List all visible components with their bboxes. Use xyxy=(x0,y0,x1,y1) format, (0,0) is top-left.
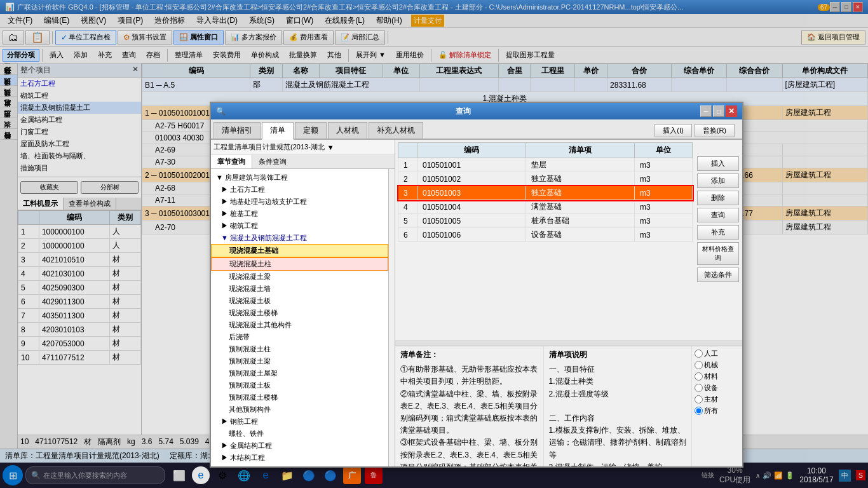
dcell-4-name: 满堂基础 xyxy=(526,200,635,214)
dtree-foundation[interactable]: ▶ 地基处理与边坡支护工程 xyxy=(211,196,388,208)
dtree-cast-other[interactable]: 现浇混凝土其他构件 xyxy=(211,319,388,331)
dialog-tab-quota[interactable]: 定额 xyxy=(295,122,327,139)
dcell-4-num: 4 xyxy=(398,200,417,214)
note-right-content: 一、项目特征 1.混凝土种类 2.混凝土强度等级 二、工作内容 1.模板及支撑制… xyxy=(549,363,687,466)
dtree-wood[interactable]: ▶ 木结构工程 xyxy=(211,452,388,464)
dcell-6-code: 010501006 xyxy=(417,228,526,242)
radio-material-input[interactable] xyxy=(695,372,703,381)
dropdown-icon[interactable]: ▼ xyxy=(327,144,334,151)
dialog-tree: ▼ 房屋建筑与装饰工程 ▶ 土石方工程 ▶ 地基处理与边坡支护工程 ▶ 桩基工程… xyxy=(211,169,389,466)
dialog-right-section: 编码 清单项 单位 1 010501001 垫层 m3 xyxy=(395,140,742,466)
dtree-post-pour[interactable]: 后浇带 xyxy=(211,331,388,343)
dtree-pile[interactable]: ▶ 桩基工程 xyxy=(211,208,388,220)
dcell-3-name: 独立基础 xyxy=(526,186,635,200)
dtree-precast-beam[interactable]: 预制混凝土梁 xyxy=(211,355,388,367)
drow-6[interactable]: 6 010501006 设备基础 m3 xyxy=(398,228,693,242)
dtree-concrete-parent[interactable]: ▼ 混凝土及钢筋混凝土工程 xyxy=(211,232,388,244)
radio-equipment-input[interactable] xyxy=(695,384,703,392)
dialog-table-area: 编码 清单项 单位 1 010501001 垫层 m3 xyxy=(395,140,742,341)
subtab-condition[interactable]: 条件查询 xyxy=(252,155,293,168)
dcell-2-unit: m3 xyxy=(634,172,692,186)
dtree-precast-col[interactable]: 预制混凝土柱 xyxy=(211,343,388,355)
radio-material[interactable]: 材料 xyxy=(695,372,740,381)
radio-worker[interactable]: 人工 xyxy=(695,349,740,358)
scrollbar-h[interactable] xyxy=(395,341,742,346)
dialog-tab-supplement[interactable]: 补充人材机 xyxy=(369,122,423,139)
btn-insert-side[interactable]: 插入 xyxy=(697,156,739,171)
th-name: 清单项 xyxy=(526,143,635,158)
dtree-cast-slab[interactable]: 现浇混凝土板 xyxy=(211,295,388,307)
radio-machine[interactable]: 机械 xyxy=(695,360,740,370)
drow-3-selected[interactable]: 3 010501003 独立基础 m3 xyxy=(398,186,693,200)
dcell-1-num: 1 xyxy=(398,158,417,172)
dtree-precast-stair[interactable]: 预制混凝土楼梯 xyxy=(211,391,388,403)
btn-filter[interactable]: 筛选条件 xyxy=(697,268,739,282)
dialog-left-section: 工程量清单项目计量规范(2013-湖北 ▼ 章节查询 条件查询 ▼ 房屋建筑与装… xyxy=(211,140,395,466)
drow-2[interactable]: 2 010501002 独立基础 m3 xyxy=(398,172,693,186)
dtree-cast-wall[interactable]: 现浇混凝土墙 xyxy=(211,283,388,295)
dtree-rebar[interactable]: ▶ 钢筋工程 xyxy=(211,416,388,428)
dcell-2-name: 独立基础 xyxy=(526,172,635,186)
dialog-side-buttons: 插入 添加 删除 查询 补充 材料价格查询 筛选条件 xyxy=(697,156,739,282)
btn-supplement-side[interactable]: 补充 xyxy=(697,225,739,240)
dialog-search-row: 工程量清单项目计量规范(2013-湖北 ▼ xyxy=(211,140,395,155)
dcell-5-num: 5 xyxy=(398,214,417,228)
note-right-title: 清单项说明 xyxy=(549,349,687,361)
btn-delete-side[interactable]: 删除 xyxy=(697,191,739,205)
note-left-title: 清单备注： xyxy=(400,349,538,361)
dcell-2-code: 010501002 xyxy=(417,172,526,186)
dtree-precast-slab[interactable]: 预制混凝土板 xyxy=(211,379,388,391)
radio-all-input[interactable] xyxy=(695,407,703,415)
dtree-bolt[interactable]: 螺栓、铁件 xyxy=(211,428,388,440)
btn-add-side[interactable]: 添加 xyxy=(697,173,739,188)
radio-worker-input[interactable] xyxy=(695,349,703,358)
radio-machine-input[interactable] xyxy=(695,361,703,369)
btn-material-price[interactable]: 材料价格查询 xyxy=(697,242,739,265)
dcell-6-unit: m3 xyxy=(634,228,692,242)
drow-4[interactable]: 4 010501004 满堂基础 m3 xyxy=(398,200,693,214)
dtree-cast-beam[interactable]: 现浇混凝土梁 xyxy=(211,271,388,283)
dcell-3-code: 010501003 xyxy=(417,186,526,200)
search-scope-label: 工程量清单项目计量规范(2013-湖北 xyxy=(214,142,325,152)
note-left-content: ①有助带形基础、无助带形基础应按本表中相关项目列项，并注明肋距。 ②箱式满堂基础… xyxy=(400,363,538,466)
dialog-radio-section: 人工 机械 材料 设备 主材 xyxy=(691,346,742,466)
dcell-4-unit: m3 xyxy=(634,200,692,214)
dcell-1-name: 垫层 xyxy=(526,158,635,172)
dtree-precast-other[interactable]: 其他预制构件 xyxy=(211,403,388,416)
dtree-cast-col[interactable]: 现浇混凝土柱 xyxy=(211,257,388,271)
dcell-1-unit: m3 xyxy=(634,158,692,172)
dialog-title-bar: 🔍 查询 ─ □ ✕ xyxy=(211,103,742,119)
dcell-1-code: 010501001 xyxy=(417,158,526,172)
th-code: 编码 xyxy=(417,143,526,158)
btn-query-side[interactable]: 查询 xyxy=(697,208,739,222)
dialog-max[interactable]: □ xyxy=(713,105,724,117)
dialog-action-btns-top: 插入(I) 普换(R) xyxy=(654,122,735,139)
subtab-chapter[interactable]: 章节查询 xyxy=(211,155,252,168)
dialog-note-right: 清单项说明 一、项目特征 1.混凝土种类 2.混凝土强度等级 二、工作内容 1.… xyxy=(544,346,692,466)
dtree-precast-roof[interactable]: 预制混凝土屋架 xyxy=(211,367,388,379)
radio-main-mat[interactable]: 主材 xyxy=(695,395,740,404)
btn-replace-top[interactable]: 普换(R) xyxy=(695,124,735,137)
dtree-metal[interactable]: ▶ 金属结构工程 xyxy=(211,440,388,452)
dtree-housing[interactable]: ▼ 房屋建筑与装饰工程 xyxy=(211,172,388,184)
dialog-tab-materials[interactable]: 人材机 xyxy=(328,122,367,139)
dialog-note-left: 清单备注： ①有助带形基础、无助带形基础应按本表中相关项目列项，并注明肋距。 ②… xyxy=(395,346,544,466)
dcell-5-unit: m3 xyxy=(634,214,692,228)
dcell-4-code: 010501004 xyxy=(417,200,526,214)
dialog-tab-guidance[interactable]: 清单指引 xyxy=(214,122,261,139)
dialog-min[interactable]: ─ xyxy=(700,105,712,117)
radio-main-input[interactable] xyxy=(695,395,703,403)
dialog-title-text: 查询 xyxy=(456,106,471,117)
dialog-close[interactable]: ✕ xyxy=(726,105,737,117)
dtree-cast-stair[interactable]: 现浇混凝土楼梯 xyxy=(211,307,388,319)
dtree-masonry[interactable]: ▶ 砌筑工程 xyxy=(211,220,388,232)
radio-equipment[interactable]: 设备 xyxy=(695,383,740,393)
dcell-6-num: 6 xyxy=(398,228,417,242)
radio-all[interactable]: 所有 xyxy=(695,406,740,416)
dtree-earth[interactable]: ▶ 土石方工程 xyxy=(211,184,388,196)
drow-5[interactable]: 5 010501005 桩承台基础 m3 xyxy=(398,214,693,228)
btn-insert-top[interactable]: 插入(I) xyxy=(654,124,691,137)
drow-1[interactable]: 1 010501001 垫层 m3 xyxy=(398,158,693,172)
dtree-cast-foundation[interactable]: 现浇混凝土基础 xyxy=(211,244,388,257)
dialog-tab-list[interactable]: 清单 xyxy=(262,122,294,140)
